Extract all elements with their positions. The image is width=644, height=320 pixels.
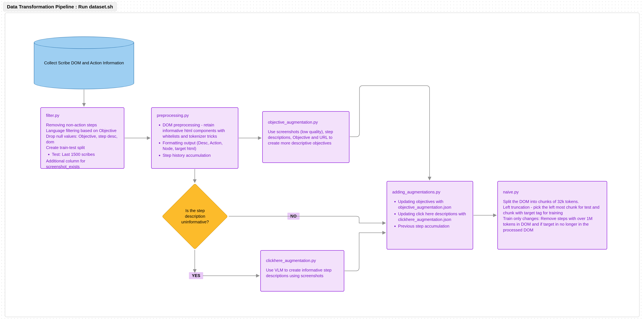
node-title: naive.py <box>503 189 602 195</box>
node-title: clickhere_augmentation.py <box>266 258 339 263</box>
node-bullet: Updating objectives with objective_augme… <box>398 199 468 210</box>
node-filter[interactable]: filter.py Removing non-action steps Lang… <box>40 107 124 169</box>
node-text: Train only changes: Remove steps with ov… <box>503 216 602 233</box>
node-text: Removing non-action steps <box>46 122 119 128</box>
node-naive[interactable]: naive.py Split the DOM into chunks of 32… <box>497 181 607 249</box>
node-bullet: DOM preprocessing - retain informative h… <box>162 122 233 139</box>
datastore-label: Collect Scribe DOM and Action Informatio… <box>44 61 124 66</box>
node-text: Use VLM to create informative step descr… <box>266 267 339 279</box>
diagram-title: Data Transformation Pipeline : Run datas… <box>3 2 117 11</box>
decision-yes-badge: YES <box>189 272 203 279</box>
node-text: Language filtering based on Objective <box>46 128 119 134</box>
decision-label: Is the step description uninformative? <box>174 208 216 225</box>
node-preprocessing[interactable]: preprocessing.py DOM preprocessing - ret… <box>151 107 238 169</box>
datastore-collect[interactable]: Collect Scribe DOM and Action Informatio… <box>34 37 134 89</box>
node-clickhere-augmentation[interactable]: clickhere_augmentation.py Use VLM to cre… <box>260 250 344 291</box>
node-text: Drop null values: Objective, step desc, … <box>46 134 119 145</box>
decision-no-badge: NO <box>288 213 300 220</box>
node-title: filter.py <box>46 113 119 118</box>
node-bullet: Updating click here descriptions with cl… <box>398 211 468 222</box>
node-text: Create train-test split <box>46 145 119 150</box>
node-text: Left truncation - pick the left most chu… <box>503 204 602 216</box>
node-bullet: Formatting output (Desc, Action, Node, t… <box>162 140 233 151</box>
node-title: adding_augmentations.py <box>392 189 468 195</box>
node-text: Use screenshots (low quality), step desc… <box>268 129 344 146</box>
node-text: Additional column for screenshot_exists <box>46 158 119 170</box>
node-objective-augmentation[interactable]: objective_augmentation.py Use screenshot… <box>262 111 350 163</box>
node-bullet: Test: Last 1500 scribes <box>52 152 119 157</box>
node-title: objective_augmentation.py <box>268 119 344 125</box>
node-text: Split the DOM into chunks of 32k tokens. <box>503 199 602 204</box>
node-title: preprocessing.py <box>157 113 233 118</box>
node-bullet: Step history accumulation <box>162 153 233 158</box>
node-adding-augmentations[interactable]: adding_augmentations.py Updating objecti… <box>386 181 473 249</box>
node-bullet: Previous step accumulation <box>398 223 468 229</box>
